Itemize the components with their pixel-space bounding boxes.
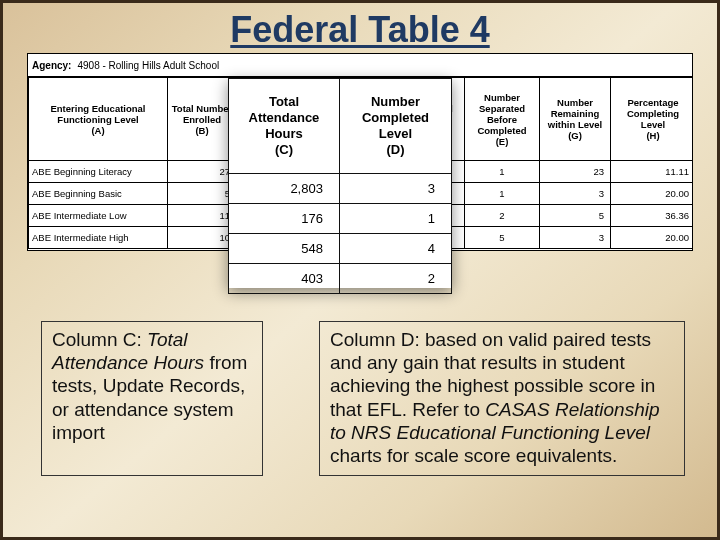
cell-enrolled: 5	[168, 183, 237, 205]
col-e-header: Number Separated Before Completed(E)	[465, 78, 540, 161]
table-row: 1761	[229, 204, 452, 234]
note-d-lead: Column D:	[330, 329, 420, 350]
overlay-header-c: Total Attendance Hours(C)	[229, 79, 340, 174]
cell-level: ABE Beginning Literacy	[29, 161, 168, 183]
agency-label: Agency:	[32, 60, 71, 71]
cell-remain: 5	[540, 205, 611, 227]
cell-level: ABE Intermediate Low	[29, 205, 168, 227]
cell-sep: 1	[465, 161, 540, 183]
agency-row: Agency: 4908 - Rolling Hills Adult Schoo…	[28, 54, 692, 77]
cell-enrolled: 27	[168, 161, 237, 183]
cell-hours: 176	[229, 204, 340, 234]
note-d-rest: charts for scale score equivalents.	[330, 445, 617, 466]
notes-row: Column C: Total Attendance Hours from te…	[41, 321, 685, 476]
page-title: Federal Table 4	[3, 9, 717, 51]
cell-enrolled: 11	[168, 205, 237, 227]
overlay-table: Total Attendance Hours(C) Number Complet…	[228, 78, 452, 294]
cell-pct: 11.11	[611, 161, 694, 183]
cell-level: ABE Intermediate High	[29, 227, 168, 249]
cell-completed: 1	[339, 204, 451, 234]
table-row: 4032	[229, 264, 452, 294]
cell-pct: 20.00	[611, 227, 694, 249]
note-c-lead: Column C:	[52, 329, 142, 350]
cell-hours: 548	[229, 234, 340, 264]
overlay-header-d: Number Completed Level(D)	[339, 79, 451, 174]
note-column-d: Column D: based on valid paired tests an…	[319, 321, 685, 476]
cell-completed: 2	[339, 264, 451, 294]
col-g-header: Percentage Completing Level(H)	[611, 78, 694, 161]
cell-pct: 20.00	[611, 183, 694, 205]
agency-value: 4908 - Rolling Hills Adult School	[77, 60, 219, 71]
cell-sep: 2	[465, 205, 540, 227]
cell-sep: 5	[465, 227, 540, 249]
col-b-header: Total Number Enrolled(B)	[168, 78, 237, 161]
cell-remain: 3	[540, 227, 611, 249]
highlight-overlay-cd: Total Attendance Hours(C) Number Complet…	[228, 78, 452, 288]
cell-level: ABE Beginning Basic	[29, 183, 168, 205]
cell-remain: 3	[540, 183, 611, 205]
col-a-header: Entering Educational Functioning Level(A…	[29, 78, 168, 161]
cell-sep: 1	[465, 183, 540, 205]
cell-completed: 4	[339, 234, 451, 264]
col-f-header: Number Remaining within Level(G)	[540, 78, 611, 161]
cell-pct: 36.36	[611, 205, 694, 227]
cell-enrolled: 10	[168, 227, 237, 249]
cell-hours: 403	[229, 264, 340, 294]
cell-remain: 23	[540, 161, 611, 183]
cell-completed: 3	[339, 174, 451, 204]
note-column-c: Column C: Total Attendance Hours from te…	[41, 321, 263, 476]
table-row: 5484	[229, 234, 452, 264]
cell-hours: 2,803	[229, 174, 340, 204]
table-row: 2,8033	[229, 174, 452, 204]
